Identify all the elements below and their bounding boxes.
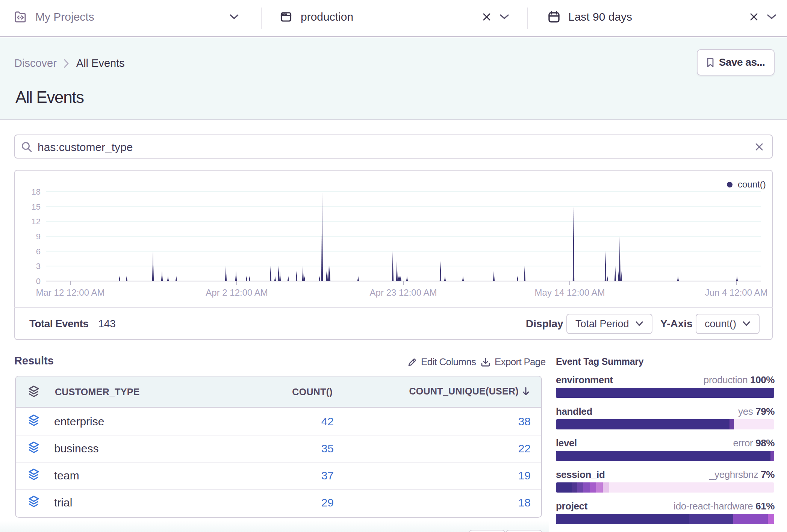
svg-text:Apr 23 12:00 AM: Apr 23 12:00 AM [370,287,437,298]
svg-text:Apr 2 12:00 AM: Apr 2 12:00 AM [206,287,268,298]
svg-text:0: 0 [36,277,41,286]
svg-text:6: 6 [36,247,41,256]
svg-text:18: 18 [32,187,41,196]
svg-text:9: 9 [36,232,41,241]
svg-text:12: 12 [32,217,41,226]
svg-text:Mar 12 12:00 AM: Mar 12 12:00 AM [36,287,105,298]
svg-text:May 14 12:00 AM: May 14 12:00 AM [535,287,605,298]
svg-text:15: 15 [32,202,41,212]
svg-text:3: 3 [36,261,41,271]
svg-text:Jun 4 12:00 AM: Jun 4 12:00 AM [705,287,768,298]
